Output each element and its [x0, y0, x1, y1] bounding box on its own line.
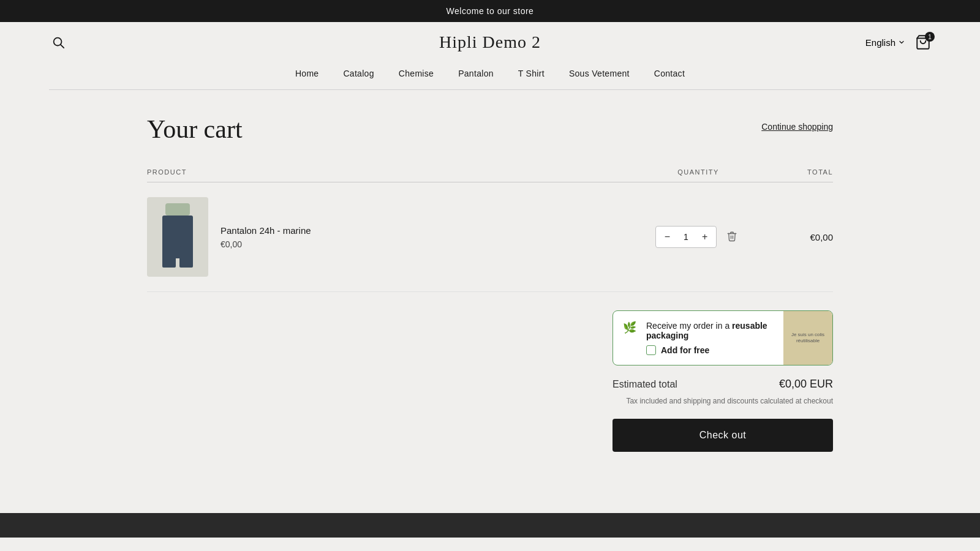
- cart-item: Pantalon 24h - marine €0,00 − 1 + €0,00: [147, 182, 833, 292]
- product-image: [147, 197, 208, 277]
- col-header-total: Total: [760, 168, 833, 176]
- packaging-image: Je suis un colis réutilisable: [783, 311, 832, 365]
- nav-chemise[interactable]: Chemise: [399, 69, 434, 78]
- nav-pantalon[interactable]: Pantalon: [458, 69, 494, 78]
- site-logo[interactable]: Hipli Demo 2: [439, 32, 541, 52]
- packaging-title: Receive my order in a reusable packaging: [646, 321, 780, 340]
- page-content: Your cart Continue shopping Product Quan…: [98, 90, 882, 489]
- chevron-down-icon: [898, 39, 905, 46]
- checkout-button[interactable]: Check out: [612, 419, 833, 452]
- nav-tshirt[interactable]: T Shirt: [518, 69, 545, 78]
- continue-shopping-link[interactable]: Continue shopping: [761, 114, 833, 132]
- packaging-checkbox[interactable]: [646, 345, 656, 355]
- announcement-bar: Welcome to our store: [0, 0, 980, 22]
- cart-table-header: Product Quantity Total: [147, 162, 833, 182]
- announcement-text: Welcome to our store: [447, 6, 534, 16]
- col-header-quantity: Quantity: [637, 168, 760, 176]
- nav-home[interactable]: Home: [295, 69, 319, 78]
- col-header-product: Product: [147, 168, 637, 176]
- svg-line-1: [61, 45, 64, 48]
- language-selector[interactable]: English: [865, 37, 905, 48]
- item-total: €0,00: [760, 232, 833, 242]
- product-image-svg: [147, 197, 208, 277]
- footer-bar: [0, 513, 980, 538]
- main-nav: Home Catalog Chemise Pantalon T Shirt So…: [0, 62, 980, 89]
- header-right: English 1: [865, 34, 931, 50]
- estimated-total-row: Estimated total €0,00 EUR: [612, 378, 833, 391]
- quantity-col: − 1 +: [637, 226, 760, 248]
- search-button[interactable]: [49, 33, 67, 51]
- product-info: Pantalon 24h - marine €0,00: [221, 225, 311, 249]
- estimated-amount: €0,00 EUR: [779, 378, 833, 391]
- nav-catalog[interactable]: Catalog: [343, 69, 374, 78]
- svg-rect-6: [162, 246, 176, 268]
- add-free-label: Add for free: [661, 345, 709, 355]
- quantity-controls: − 1 +: [655, 226, 717, 248]
- product-name: Pantalon 24h - marine: [221, 225, 311, 236]
- delete-item-button[interactable]: [723, 227, 741, 247]
- tax-note: Tax included and shipping and discounts …: [612, 395, 833, 407]
- search-icon: [51, 36, 65, 49]
- cart-summary: 🌿 Receive my order in a reusable packagi…: [612, 310, 833, 452]
- estimated-label: Estimated total: [612, 379, 677, 390]
- leaf-icon: 🌿: [623, 321, 636, 334]
- quantity-decrease-button[interactable]: −: [656, 227, 679, 247]
- packaging-box: 🌿 Receive my order in a reusable packagi…: [612, 310, 833, 365]
- language-label: English: [865, 37, 895, 48]
- quantity-increase-button[interactable]: +: [693, 227, 716, 247]
- nav-contact[interactable]: Contact: [654, 69, 685, 78]
- header-left: [49, 33, 67, 51]
- cart-header: Your cart Continue shopping: [147, 114, 833, 144]
- nav-sous-vetement[interactable]: Sous Vetement: [569, 69, 630, 78]
- cart-badge: 1: [925, 32, 935, 42]
- add-free-row: Add for free: [646, 345, 780, 355]
- trash-icon: [726, 231, 737, 242]
- header: Hipli Demo 2 English 1: [0, 22, 980, 62]
- quantity-value: 1: [679, 232, 693, 242]
- product-price: €0,00: [221, 239, 311, 249]
- svg-rect-4: [165, 203, 190, 216]
- cart-button[interactable]: 1: [915, 34, 931, 50]
- cart-bottom: 🌿 Receive my order in a reusable packagi…: [147, 292, 833, 452]
- product-col: Pantalon 24h - marine €0,00: [147, 197, 637, 277]
- cart-title: Your cart: [147, 114, 243, 144]
- svg-rect-7: [179, 246, 193, 268]
